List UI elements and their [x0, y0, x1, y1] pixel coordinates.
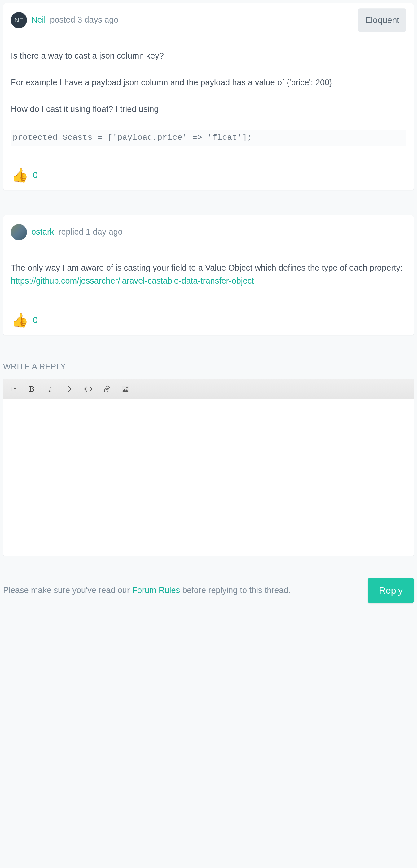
editor-toolbar: T T B I	[3, 379, 414, 399]
body-text: The only way I am aware of is casting yo…	[11, 263, 403, 273]
rules-text: Please make sure you've read our Forum R…	[3, 584, 291, 597]
question-body: Is there a way to cast a json column key…	[3, 37, 414, 160]
code-icon[interactable]	[83, 384, 93, 394]
compose-heading: WRITE A REPLY	[3, 360, 414, 373]
like-button[interactable]: 👍 0	[3, 160, 46, 190]
reply-textarea[interactable]	[7, 403, 410, 548]
like-button[interactable]: 👍 0	[3, 305, 46, 335]
author-link[interactable]: Neil	[31, 13, 46, 27]
svg-text:B: B	[29, 385, 34, 393]
rules-prefix: Please make sure you've read our	[3, 586, 132, 595]
like-count: 0	[33, 168, 38, 182]
post-meta: replied 1 day ago	[59, 226, 123, 239]
body-paragraph: How do I cast it using float? I tried us…	[11, 103, 406, 116]
reply-body: The only way I am aware of is casting yo…	[3, 249, 414, 305]
svg-point-7	[126, 387, 128, 388]
quote-icon[interactable]	[65, 384, 75, 394]
svg-text:I: I	[48, 385, 52, 393]
question-header: NE Neil posted 3 days ago Eloquent	[3, 3, 414, 37]
question-footer: 👍 0	[3, 160, 414, 190]
like-count: 0	[33, 313, 38, 327]
italic-icon[interactable]: I	[46, 384, 56, 394]
image-icon[interactable]	[121, 384, 130, 394]
reply-footer: 👍 0	[3, 305, 414, 335]
code-block: protected $casts = ['payload.price' => '…	[11, 130, 406, 146]
thumbs-up-icon: 👍	[11, 168, 29, 182]
thumbs-up-icon: 👍	[11, 313, 29, 327]
compose-footer: Please make sure you've read our Forum R…	[3, 578, 414, 607]
svg-text:T: T	[9, 385, 13, 393]
svg-text:T: T	[13, 388, 16, 392]
avatar-initials: NE	[14, 16, 23, 25]
avatar[interactable]: NE	[11, 12, 27, 28]
rules-suffix: before replying to this thread.	[180, 586, 291, 595]
reply-button[interactable]: Reply	[368, 578, 414, 603]
reply-link[interactable]: https://github.com/jessarcher/laravel-ca…	[11, 276, 254, 285]
heading-icon[interactable]: T T	[9, 384, 19, 394]
editor: T T B I	[3, 379, 414, 556]
reply-header: ostark replied 1 day ago	[3, 215, 414, 249]
avatar[interactable]	[11, 224, 27, 240]
body-paragraph: For example I have a payload json column…	[11, 76, 406, 89]
question-card: NE Neil posted 3 days ago Eloquent Is th…	[3, 3, 414, 190]
compose-section: WRITE A REPLY T T B I	[3, 360, 414, 607]
link-icon[interactable]	[102, 384, 112, 394]
tag-pill[interactable]: Eloquent	[358, 8, 406, 32]
reply-card: ostark replied 1 day ago The only way I …	[3, 215, 414, 335]
bold-icon[interactable]: B	[28, 384, 37, 394]
post-meta: posted 3 days ago	[50, 13, 119, 27]
forum-rules-link[interactable]: Forum Rules	[132, 586, 180, 595]
editor-area	[3, 399, 414, 556]
body-paragraph: Is there a way to cast a json column key…	[11, 50, 406, 63]
author-link[interactable]: ostark	[31, 226, 54, 239]
